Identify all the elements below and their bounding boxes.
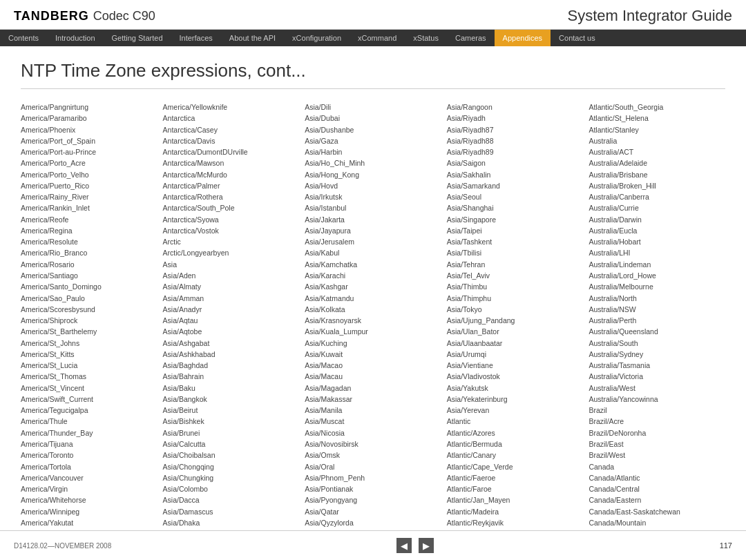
nav-item-xcommand[interactable]: xCommand	[350, 30, 405, 46]
timezone-item: Arctic	[163, 236, 300, 247]
timezone-item: Asia/Taipei	[447, 225, 584, 236]
timezone-item: America/St_Lucia	[21, 360, 157, 371]
next-page-button[interactable]: ▶	[419, 538, 434, 553]
nav-item-xconfiguration[interactable]: xConfiguration	[284, 30, 350, 46]
timezone-item: Asia/Chongqing	[163, 461, 300, 472]
timezone-item: Canada/Eastern	[589, 494, 725, 505]
timezone-item: Asia/Oral	[305, 461, 441, 472]
timezone-item: Asia/Samarkand	[447, 180, 584, 191]
timezone-item: Antarctica/Syowa	[163, 214, 300, 225]
nav-item-xstatus[interactable]: xStatus	[405, 30, 447, 46]
nav-item-interfaces[interactable]: Interfaces	[171, 30, 221, 46]
nav-item-getting-started[interactable]: Getting Started	[104, 30, 171, 46]
nav-item-appendices[interactable]: Appendices	[495, 30, 551, 46]
timezone-item: Asia/Singapore	[447, 214, 584, 225]
nav-item-introduction[interactable]: Introduction	[47, 30, 103, 46]
timezone-item: Asia/Shanghai	[447, 202, 584, 213]
timezone-item: Asia/Rangoon	[447, 102, 584, 113]
timezone-item: Canada/Mountain	[589, 517, 725, 528]
timezone-column-5: Atlantic/South_GeorgiaAtlantic/St_Helena…	[589, 102, 725, 528]
timezone-item: Asia/Thimphu	[447, 293, 584, 304]
timezone-item: Asia/Nicosia	[305, 427, 441, 438]
timezone-item: Asia/Irkutsk	[305, 191, 441, 202]
footer: D14128.02—NOVEMBER 2008 ◀ ▶ 117	[0, 530, 746, 560]
timezone-item: Asia/Riyadh88	[447, 135, 584, 146]
timezone-item: Antarctica/Palmer	[163, 180, 300, 191]
timezone-item: Asia/Dubai	[305, 113, 441, 124]
timezone-item: Asia/Magadan	[305, 383, 441, 394]
timezone-item: Asia/Kuching	[305, 338, 441, 349]
timezone-item: Australia/LHI	[589, 247, 725, 258]
timezone-item: America/Swift_Current	[21, 394, 157, 405]
timezone-item: Arctic/Longyearbyen	[163, 247, 300, 258]
timezone-item: Atlantic/Stanley	[589, 124, 725, 135]
timezone-item: Asia/Yekaterinburg	[447, 394, 584, 405]
nav-item-contact-us[interactable]: Contact us	[551, 30, 604, 46]
timezone-item: America/Port-au-Prince	[21, 146, 157, 157]
timezone-item: Asia/Muscat	[305, 416, 441, 427]
timezone-item: Australia/Brisbane	[589, 169, 725, 180]
timezone-item: Asia/Novosibirsk	[305, 438, 441, 450]
prev-page-button[interactable]: ◀	[396, 538, 412, 553]
nav-item-about-the-api[interactable]: About the API	[221, 30, 284, 46]
timezone-item: Asia/Qatar	[305, 506, 441, 517]
timezone-item: Asia/Riyadh87	[447, 124, 584, 135]
timezone-item: America/Reofe	[21, 214, 157, 225]
timezone-column-1: America/PangnirtungAmerica/ParamariboAme…	[21, 102, 163, 528]
timezone-item: America/St_Vincent	[21, 383, 157, 394]
timezone-item: America/St_Barthelemy	[21, 326, 157, 337]
timezone-item: Antarctica/McMurdo	[163, 169, 300, 180]
timezone-item: Asia/Krasnoyarsk	[305, 315, 441, 326]
timezone-item: Antarctica/South_Pole	[163, 202, 300, 213]
timezone-item: Canada	[589, 461, 725, 472]
timezone-item: Brazil/East	[589, 438, 725, 450]
footer-navigation: ◀ ▶	[396, 538, 434, 553]
timezone-item: Asia/Kamchatka	[305, 259, 441, 270]
timezone-item: Asia/Thimbu	[447, 281, 584, 292]
timezone-item: Asia/Gaza	[305, 135, 441, 146]
timezone-item: Australia/Currie	[589, 202, 725, 213]
timezone-item: Asia/Damascus	[163, 506, 300, 517]
timezone-item: America/Phoenix	[21, 124, 157, 135]
timezone-item: America/Rosario	[21, 259, 157, 270]
logo: TANDBERG Codec C90	[14, 9, 155, 23]
timezone-item: Asia/Bishkek	[163, 416, 300, 427]
timezone-item: Asia/Omsk	[305, 450, 441, 461]
timezone-item: Brazil	[589, 405, 725, 416]
timezone-item: Asia/Hovd	[305, 180, 441, 191]
timezone-item: Brazil/DeNoronha	[589, 427, 725, 438]
timezone-item: Asia/Vientiane	[447, 360, 584, 371]
timezone-item: Asia/Macau	[305, 371, 441, 382]
timezone-item: Brazil/Acre	[589, 416, 725, 427]
nav-item-contents[interactable]: Contents	[0, 30, 47, 46]
timezone-item: America/Tijuana	[21, 438, 157, 450]
nav-item-cameras[interactable]: Cameras	[447, 30, 495, 46]
timezone-item: Asia/Baghdad	[163, 360, 300, 371]
timezone-item: America/Sao_Paulo	[21, 293, 157, 304]
timezone-item: Asia/Anadyr	[163, 304, 300, 315]
timezone-item: Asia/Kolkata	[305, 304, 441, 315]
model-name: Codec C90	[93, 9, 155, 23]
timezone-item: Asia/Saigon	[447, 157, 584, 168]
page-number: 117	[720, 541, 732, 550]
doc-id: D14128.02—NOVEMBER 2008	[14, 542, 111, 550]
timezone-item: Antarctica/DumontDUrville	[163, 146, 300, 157]
timezone-item: Asia/Brunei	[163, 427, 300, 438]
timezone-item: Asia/Ho_Chi_Minh	[305, 157, 441, 168]
timezone-item: Atlantic/South_Georgia	[589, 102, 725, 113]
timezone-item: Asia/Yakutsk	[447, 383, 584, 394]
timezone-item: Australia/North	[589, 293, 725, 304]
timezone-item: Asia/Ashkhabad	[163, 349, 300, 360]
timezone-item: America/Santiago	[21, 270, 157, 281]
timezone-item: Asia/Aden	[163, 270, 300, 281]
timezone-item: Antarctica/Mawson	[163, 157, 300, 168]
timezone-item: Australia/Adelaide	[589, 157, 725, 168]
timezone-item: Asia/Tashkent	[447, 236, 584, 247]
timezone-item: Australia/Canberra	[589, 191, 725, 202]
timezone-item: America/St_Kitts	[21, 349, 157, 360]
timezone-item: America/Tortola	[21, 461, 157, 472]
timezone-item: Asia/Calcutta	[163, 438, 300, 450]
timezone-item: America/Toronto	[21, 450, 157, 461]
timezone-item: Australia/ACT	[589, 146, 725, 157]
timezone-item: Canada/East-Saskatchewan	[589, 506, 725, 517]
